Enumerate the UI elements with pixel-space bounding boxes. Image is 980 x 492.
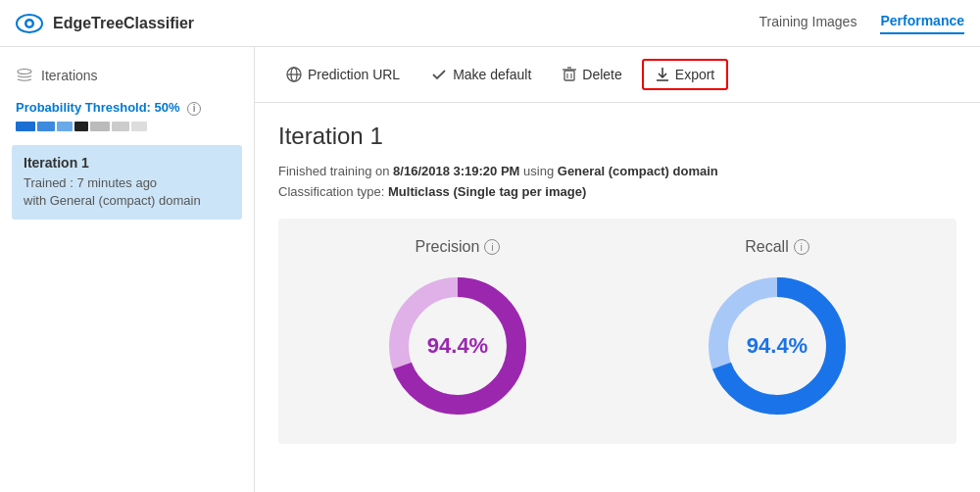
- recall-title: Recall i: [745, 238, 808, 256]
- svg-point-2: [27, 21, 32, 25]
- recall-chart: Recall i 94.4%: [699, 238, 856, 424]
- training-info-line2: Classification type: Multiclass (Single …: [278, 182, 956, 203]
- delete-label: Delete: [582, 67, 621, 82]
- iteration-heading: Iteration 1: [278, 123, 956, 150]
- nav-performance[interactable]: Performance: [880, 13, 964, 34]
- delete-button[interactable]: Delete: [551, 61, 633, 88]
- iterations-section[interactable]: Iterations: [0, 59, 254, 92]
- prediction-url-button[interactable]: Prediction URL: [274, 61, 412, 88]
- main-layout: Iterations Probability Threshold: 50% i …: [0, 47, 980, 492]
- probability-value: 50%: [155, 100, 180, 115]
- bar-6: [112, 122, 129, 131]
- export-label: Export: [675, 67, 714, 82]
- threshold-bar: [16, 122, 238, 131]
- bar-4: [74, 122, 88, 131]
- iteration-card-sub1: Trained : 7 minutes ago: [24, 174, 230, 192]
- probability-row: Probability Threshold: 50% i: [0, 92, 254, 135]
- recall-value: 94.4%: [747, 333, 808, 359]
- bar-7: [131, 122, 147, 131]
- bar-5: [90, 122, 110, 131]
- recall-donut: 94.4%: [699, 268, 856, 424]
- precision-info-icon[interactable]: i: [484, 239, 500, 255]
- iteration-card-1[interactable]: Iteration 1 Trained : 7 minutes ago with…: [12, 145, 242, 220]
- export-button[interactable]: Export: [642, 59, 728, 90]
- app-icon: [16, 10, 43, 37]
- bar-3: [57, 122, 73, 131]
- recall-info-icon[interactable]: i: [794, 239, 809, 255]
- probability-label: Probability Threshold: 50% i: [16, 100, 238, 116]
- charts-section: Precision i 94.4%: [278, 219, 956, 444]
- iteration-card-title: Iteration 1: [24, 155, 230, 171]
- content-area: Prediction URL Make default Delete: [255, 47, 980, 492]
- iterations-label: Iterations: [41, 68, 98, 83]
- bar-1: [16, 122, 35, 131]
- precision-value: 94.4%: [427, 333, 488, 359]
- make-default-label: Make default: [453, 67, 531, 82]
- training-info-line1: Finished training on 8/16/2018 3:19:20 P…: [278, 162, 956, 182]
- precision-donut: 94.4%: [379, 268, 536, 424]
- bar-2: [37, 122, 55, 131]
- nav-links: Training Images Performance: [760, 13, 964, 34]
- check-icon: [431, 67, 447, 82]
- top-nav: EdgeTreeClassifier Training Images Perfo…: [0, 0, 980, 47]
- precision-title: Precision i: [416, 238, 501, 256]
- probability-info-icon[interactable]: i: [187, 102, 201, 116]
- sidebar: Iterations Probability Threshold: 50% i …: [0, 47, 255, 492]
- nav-training-images[interactable]: Training Images: [760, 14, 858, 33]
- training-info: Finished training on 8/16/2018 3:19:20 P…: [278, 162, 956, 203]
- svg-rect-7: [564, 71, 574, 80]
- toolbar: Prediction URL Make default Delete: [255, 47, 980, 103]
- app-title: EdgeTreeClassifier: [53, 15, 760, 32]
- export-icon: [656, 67, 669, 82]
- layers-icon: [16, 67, 33, 84]
- delete-icon: [563, 67, 576, 82]
- precision-chart: Precision i 94.4%: [379, 238, 536, 424]
- iteration-card-sub2: with General (compact) domain: [24, 192, 230, 210]
- iteration-detail: Iteration 1 Finished training on 8/16/20…: [255, 103, 980, 464]
- make-default-button[interactable]: Make default: [419, 61, 543, 88]
- svg-point-3: [18, 70, 31, 74]
- prediction-url-label: Prediction URL: [308, 67, 400, 82]
- globe-icon: [286, 67, 302, 82]
